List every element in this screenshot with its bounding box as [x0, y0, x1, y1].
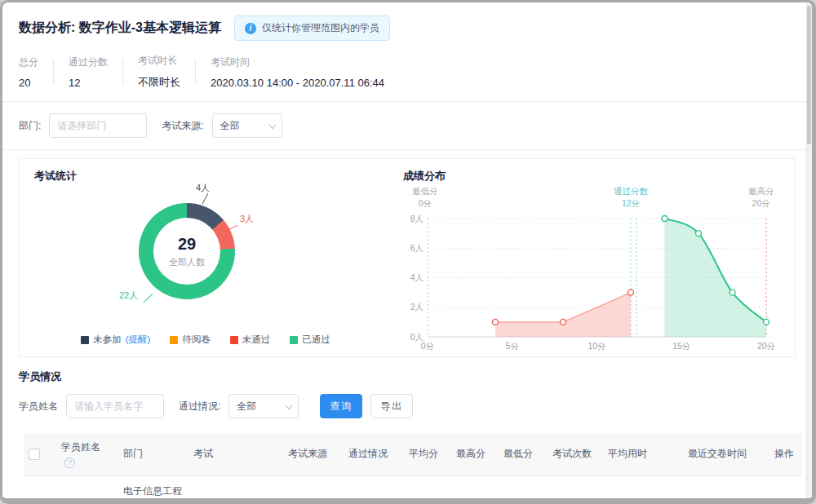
summary-exam-time: 考试时间 2020.03.10 14:00 - 2020.07.11 06:44	[211, 55, 384, 89]
svg-text:8人: 8人	[410, 214, 424, 223]
col-exam: 考试	[188, 433, 283, 475]
cell-avg: 16	[404, 475, 451, 498]
student-name-label: 学员姓名	[19, 400, 58, 413]
department-input[interactable]	[49, 113, 147, 138]
pass-status-label: 通过情况:	[179, 400, 220, 413]
legend-item-not-joined[interactable]: 未参加 (提醒)	[81, 334, 150, 346]
select-all-checkbox[interactable]	[29, 449, 40, 460]
table-header-row: 学员姓名? 部门 考试 考试来源 通过情况 平均分 最高分 最低分 考试次数 平…	[24, 433, 802, 475]
cell-min: 16	[499, 475, 548, 498]
students-section-header: 学员情况	[2, 357, 812, 384]
legend-label: 已通过	[302, 334, 330, 346]
donut-total-label: 全部人数	[169, 256, 205, 268]
students-table: 学员姓名? 部门 考试 考试来源 通过情况 平均分 最高分 最低分 考试次数 平…	[24, 433, 802, 498]
legend-swatch	[230, 336, 238, 344]
cell-department: 电子信息工程系-统招学生-电气自动化19-1班	[118, 475, 188, 498]
svg-text:0人: 0人	[410, 332, 424, 342]
col-pass: 通过情况	[344, 433, 404, 475]
score-dist-chart: 成绩分布 最低分 0分 通过分数 12分 最高分 20分 0人2人4人6人8人0…	[392, 159, 795, 356]
cell-name: 徐乾龙	[56, 475, 118, 498]
cell-attempts: 1	[548, 475, 603, 498]
scrollbar[interactable]	[806, 2, 812, 498]
legend-item-failed[interactable]: 未通过	[230, 334, 271, 346]
divider	[195, 60, 196, 84]
col-avg: 平均分	[404, 433, 451, 475]
summary-label: 总分	[19, 55, 38, 69]
svg-text:0分: 0分	[421, 341, 435, 351]
students-filter-bar: 学员姓名 通过情况: 全部 查询 导出	[2, 384, 812, 430]
legend-swatch	[290, 336, 298, 344]
legend-swatch	[170, 336, 178, 344]
svg-text:2人: 2人	[410, 302, 424, 312]
legend-item-passed[interactable]: 已通过	[290, 334, 330, 346]
filter-bar: 部门: 考试来源: 全部	[2, 102, 812, 150]
donut-callout: 22人	[119, 290, 138, 302]
student-name-input[interactable]	[66, 394, 164, 418]
col-action: 操作	[769, 433, 802, 475]
page-title: 数据分析: 数字作业-3基本逻辑运算	[19, 20, 221, 37]
summary-pass-score: 通过分数 12	[69, 55, 108, 89]
summary-value: 2020.03.10 14:00 - 2020.07.11 06:44	[211, 77, 384, 89]
header: 数据分析: 数字作业-3基本逻辑运算 i 仅统计你管理范围内的学员	[2, 2, 812, 46]
donut-ring: 29 全部人数	[139, 203, 235, 299]
legend-swatch	[81, 336, 89, 344]
cell-last-submit: 2020.03.10 14:33:40	[683, 475, 769, 498]
marker-max-label: 最高分	[748, 185, 774, 197]
chart-marker-label: 通过分数 12分	[614, 185, 648, 210]
summary-label: 考试时间	[211, 55, 384, 69]
query-button[interactable]: 查询	[320, 394, 362, 418]
callout-line	[202, 193, 209, 205]
summary-strip: 总分 20 通过分数 12 考试时长 不限时长 考试时间 2020.03.10 …	[2, 46, 812, 102]
summary-value: 12	[69, 77, 108, 89]
marker-max-value: 20分	[748, 197, 774, 210]
legend-item-pending[interactable]: 待阅卷	[170, 334, 211, 346]
col-min: 最低分	[499, 433, 548, 475]
cell-max: 16	[451, 475, 499, 498]
chevron-down-icon	[285, 401, 293, 409]
col-max: 最高分	[451, 433, 499, 475]
remind-link[interactable]: (提醒)	[126, 334, 151, 346]
window-frame: 数据分析: 数字作业-3基本逻辑运算 i 仅统计你管理范围内的学员 总分 20 …	[0, 0, 816, 504]
exam-stats-chart: 考试统计 29 全部人数 4人 3人 22人 未参加 (提醒)	[20, 159, 392, 356]
question-icon[interactable]: ?	[64, 458, 75, 468]
chart-marker-labels: 最低分 0分 通过分数 12分 最高分 20分	[403, 185, 774, 212]
info-icon: i	[245, 23, 256, 34]
scrollbar-thumb[interactable]	[807, 6, 811, 144]
score-chart-svg: 0人2人4人6人8人0分5分10分15分20分	[403, 212, 774, 355]
col-department: 部门	[118, 433, 188, 475]
view-link[interactable]: 查看	[769, 475, 802, 498]
score-dist-title: 成绩分布	[403, 169, 790, 183]
export-button[interactable]: 导出	[370, 394, 413, 418]
summary-value: 20	[19, 77, 38, 89]
svg-text:20分: 20分	[757, 341, 774, 351]
svg-text:6人: 6人	[410, 243, 424, 253]
col-attempts: 考试次数	[548, 433, 603, 475]
pass-status-value: 全部	[237, 400, 256, 413]
legend-label: 未参加	[93, 334, 122, 346]
exam-stats-title: 考试统计	[34, 169, 392, 183]
svg-text:4人: 4人	[410, 272, 424, 282]
svg-text:5分: 5分	[506, 341, 520, 351]
select-all-cell	[24, 433, 56, 475]
summary-value: 不限时长	[138, 75, 180, 90]
col-avg-time: 平均用时	[603, 433, 683, 475]
source-select[interactable]: 全部	[212, 113, 282, 138]
cell-source: 自主考试	[283, 475, 344, 498]
pass-status-select[interactable]: 全部	[228, 394, 299, 418]
marker-pass-value: 12分	[614, 197, 648, 210]
table-row: 徐乾龙 电子信息工程系-统招学生-电气自动化19-1班 数字作业-3基本逻辑运算…	[24, 475, 802, 498]
summary-duration: 考试时长 不限时长	[138, 54, 180, 90]
divider	[53, 60, 54, 84]
donut-total-value: 29	[178, 235, 196, 254]
donut-center: 29 全部人数	[153, 218, 220, 285]
svg-text:10分: 10分	[588, 341, 606, 351]
cell-avg-time: 4分钟57秒	[603, 475, 683, 498]
col-name-label: 学员姓名	[61, 441, 100, 453]
summary-label: 通过分数	[69, 55, 108, 69]
source-select-value: 全部	[220, 119, 240, 133]
summary-label: 考试时长	[138, 54, 180, 68]
marker-min-label: 最低分	[412, 185, 437, 197]
scope-notice-text: 仅统计你管理范围内的学员	[262, 21, 379, 35]
svg-text:15分: 15分	[672, 341, 691, 351]
department-filter-label: 部门:	[19, 119, 41, 133]
